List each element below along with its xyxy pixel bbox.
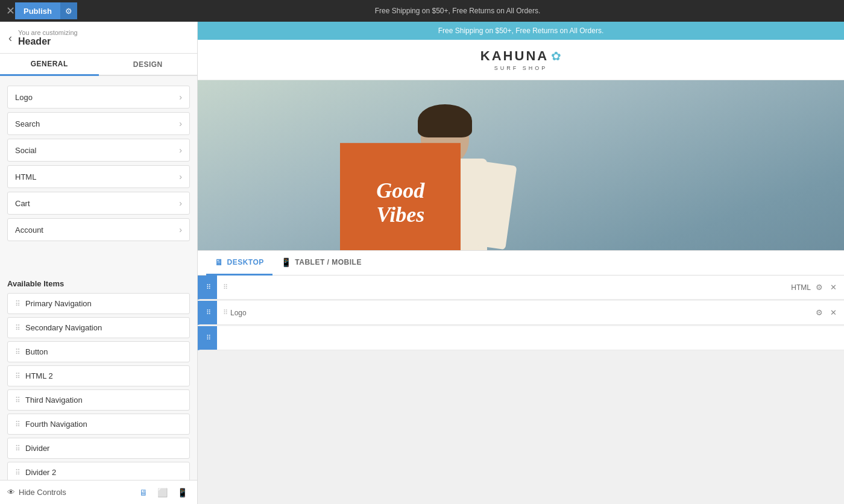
drag-item-divider[interactable]: ⠿ Divider [7, 438, 190, 459]
top-announcement: Free Shipping on $50+, Free Returns on A… [77, 7, 838, 15]
available-items-list: ⠿ Primary Navigation ⠿ Secondary Navigat… [0, 293, 197, 480]
drag-item-button[interactable]: ⠿ Button [7, 341, 190, 362]
row-content: ⠿ [217, 283, 791, 291]
header-title: Header [18, 36, 78, 47]
drag-item-fourth-nav[interactable]: ⠿ Fourth Navigation [7, 414, 190, 435]
eye-icon: 👁 [7, 488, 15, 497]
desktop-tab-label: DESKTOP [227, 258, 264, 266]
chevron-right-icon: › [179, 172, 182, 181]
row-html-actions: HTML ⚙ ✕ [791, 282, 839, 293]
menu-social-label: Social [15, 146, 36, 155]
drag-handle-icon: ⠿ [15, 396, 20, 405]
logo-close-button[interactable]: ✕ [828, 307, 839, 318]
tablet-icon: 📱 [281, 257, 292, 267]
builder-rows: ⠿ ⠿ HTML ⚙ ✕ ⠿ ⠿ Logo ⚙ ✕ [198, 276, 844, 504]
row-handle: ⠿ [200, 326, 217, 350]
tab-design[interactable]: DESIGN [99, 54, 198, 75]
drag-handle-icon: ⠿ [15, 444, 20, 453]
drag-item-html2[interactable]: ⠿ HTML 2 [7, 365, 190, 386]
menu-item-account[interactable]: Account › [7, 218, 190, 241]
builder-row-empty: ⠿ [198, 326, 844, 350]
menu-item-social[interactable]: Social › [7, 139, 190, 162]
close-button[interactable]: ✕ [6, 5, 15, 16]
drag-item-label: Secondary Navigation [25, 323, 102, 332]
left-panel: ‹ You are customizing Header GENERAL DES… [0, 22, 198, 504]
row-content: ⠿ Logo [217, 309, 813, 317]
customizing-header: ‹ You are customizing Header [0, 22, 197, 54]
publish-button-group: Publish ⚙ [15, 2, 77, 19]
chevron-right-icon: › [179, 119, 182, 128]
hide-controls-button[interactable]: 👁 Hide Controls [7, 488, 66, 497]
panel-tabs: GENERAL DESIGN [0, 54, 197, 76]
publish-gear-button[interactable]: ⚙ [60, 2, 77, 19]
drag-handle-icon: ⠿ [15, 324, 20, 332]
menu-account-label: Account [15, 225, 43, 235]
menu-item-logo[interactable]: Logo › [7, 86, 190, 109]
logo-gear-button[interactable]: ⚙ [813, 307, 825, 318]
menu-logo-label: Logo [15, 93, 33, 102]
available-items-title: Available Items [7, 279, 190, 288]
main-layout: ‹ You are customizing Header GENERAL DES… [0, 22, 844, 504]
storefront: Free Shipping on $50+, Free Returns on A… [198, 22, 844, 250]
drag-item-label: Primary Navigation [25, 299, 92, 308]
back-button[interactable]: ‹ [8, 33, 12, 43]
menu-html-label: HTML [15, 172, 36, 181]
view-icons: 🖥 ⬜ 📱 [137, 487, 190, 499]
row-logo-actions: ⚙ ✕ [813, 307, 839, 318]
logo-row-label: Logo [230, 309, 247, 317]
drag-handle-icon: ⠿ [15, 300, 20, 308]
tablet-view-button[interactable]: ⬜ [155, 487, 170, 499]
customizing-label: You are customizing [18, 29, 78, 36]
drag-handle-icon: ⠿ [15, 372, 20, 380]
row-drag-icon: ⠿ [223, 309, 228, 317]
preview-area: Free Shipping on $50+, Free Returns on A… [198, 22, 844, 504]
menu-item-html[interactable]: HTML › [7, 165, 190, 188]
menu-item-cart[interactable]: Cart › [7, 192, 190, 215]
chevron-right-icon: › [179, 92, 182, 102]
menu-search-label: Search [15, 119, 40, 128]
store-header: KAHUNA ✿ SURF SHOP [198, 40, 844, 80]
tab-general[interactable]: GENERAL [0, 54, 99, 76]
drag-item-secondary-nav[interactable]: ⠿ Secondary Navigation [7, 317, 190, 338]
drag-item-label: Third Navigation [25, 395, 83, 405]
preview-tab-tablet[interactable]: 📱 TABLET / MOBILE [272, 250, 370, 276]
customizing-titles: You are customizing Header [18, 29, 78, 47]
menu-cart-label: Cart [15, 199, 30, 208]
hero-content: Good Vibes TEE SHIRT COLLECTION MADE FOR… [340, 143, 796, 250]
menu-item-search[interactable]: Search › [7, 112, 190, 135]
chevron-right-icon: › [179, 225, 182, 235]
desktop-icon: 🖥 [215, 257, 224, 267]
drag-handle-icon: ⠿ [15, 420, 20, 429]
top-bar: ✕ Publish ⚙ Free Shipping on $50+, Free … [0, 0, 844, 22]
html-close-button[interactable]: ✕ [828, 282, 839, 293]
logo-line: KAHUNA ✿ [480, 48, 561, 64]
desktop-view-button[interactable]: 🖥 [137, 487, 150, 499]
builder-row-html: ⠿ ⠿ HTML ⚙ ✕ [198, 276, 844, 300]
builder-row-logo: ⠿ ⠿ Logo ⚙ ✕ [198, 301, 844, 325]
good-vibes-box: Good Vibes [340, 143, 461, 250]
drag-handle-icon: ⠿ [15, 348, 20, 356]
bottom-bar: 👁 Hide Controls 🖥 ⬜ 📱 [0, 480, 197, 504]
mobile-view-button[interactable]: 📱 [175, 487, 190, 499]
available-items-section: Available Items [0, 274, 197, 293]
publish-main-button[interactable]: Publish [15, 2, 60, 19]
row-handle: ⠿ [200, 301, 217, 324]
html-row-label: HTML [791, 283, 811, 292]
drag-item-label: Button [25, 347, 48, 356]
flower-icon: ✿ [551, 49, 561, 63]
html-gear-button[interactable]: ⚙ [813, 282, 825, 293]
drag-handle-icon: ⠿ [15, 468, 20, 477]
row-drag-icon: ⠿ [223, 283, 228, 291]
preview-tab-desktop[interactable]: 🖥 DESKTOP [206, 250, 272, 276]
drag-item-primary-nav[interactable]: ⠿ Primary Navigation [7, 293, 190, 314]
chevron-right-icon: › [179, 198, 182, 208]
hide-controls-label: Hide Controls [19, 488, 66, 497]
hero-section: GoodVibes [198, 80, 844, 250]
chevron-right-icon: › [179, 145, 182, 155]
drag-item-divider2[interactable]: ⠿ Divider 2 [7, 462, 190, 480]
drag-item-third-nav[interactable]: ⠿ Third Navigation [7, 389, 190, 411]
good-vibes-text: Good Vibes [350, 180, 451, 227]
tablet-tab-label: TABLET / MOBILE [295, 258, 362, 266]
store-logo-sub: SURF SHOP [494, 65, 548, 71]
preview-controls: 🖥 DESKTOP 📱 TABLET / MOBILE [198, 250, 844, 276]
